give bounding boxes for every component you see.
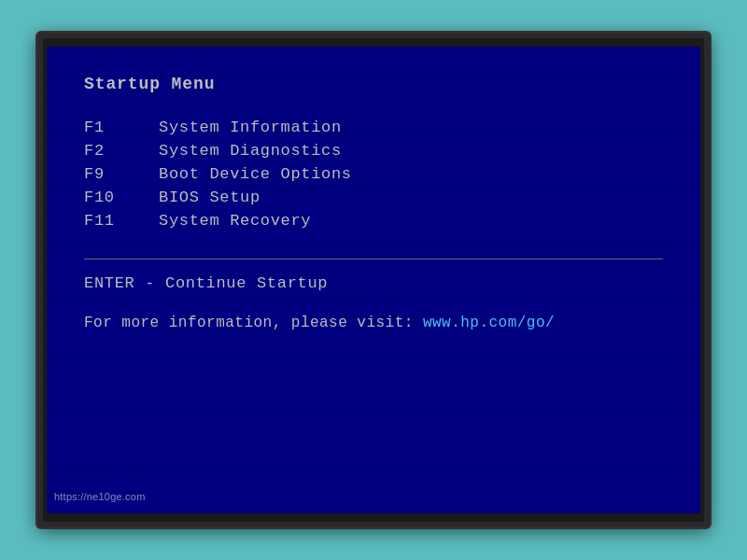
info-line: For more information, please visit: www.…: [84, 315, 663, 331]
monitor: Startup Menu F1 System Information F2 Sy…: [37, 33, 710, 527]
menu-row[interactable]: F10 BIOS Setup: [84, 186, 663, 209]
menu-row[interactable]: F9 Boot Device Options: [84, 162, 663, 186]
menu-key: F9: [84, 162, 140, 186]
bios-screen: Startup Menu F1 System Information F2 Sy…: [47, 47, 700, 513]
menu-label: BIOS Setup: [140, 186, 663, 209]
menu-label: System Diagnostics: [140, 139, 663, 162]
menu-label: Boot Device Options: [140, 162, 663, 186]
menu-key: F1: [84, 116, 140, 139]
menu-label: System Information: [140, 116, 663, 139]
menu-key: F11: [84, 209, 140, 232]
menu-label: System Recovery: [140, 209, 663, 232]
menu-table: F1 System Information F2 System Diagnost…: [84, 116, 663, 232]
info-prefix: For more information, please visit:: [84, 315, 414, 331]
enter-line: ENTER - Continue Startup: [84, 274, 663, 292]
menu-row[interactable]: F1 System Information: [84, 116, 663, 139]
info-url: www.hp.com/go/: [414, 315, 555, 331]
screen-title: Startup Menu: [84, 75, 663, 93]
watermark: https://ne10ge.com: [54, 491, 146, 502]
menu-key: F2: [84, 139, 140, 162]
menu-row[interactable]: F11 System Recovery: [84, 209, 663, 232]
menu-key: F10: [84, 186, 140, 209]
menu-row[interactable]: F2 System Diagnostics: [84, 139, 663, 162]
divider: [84, 259, 663, 259]
